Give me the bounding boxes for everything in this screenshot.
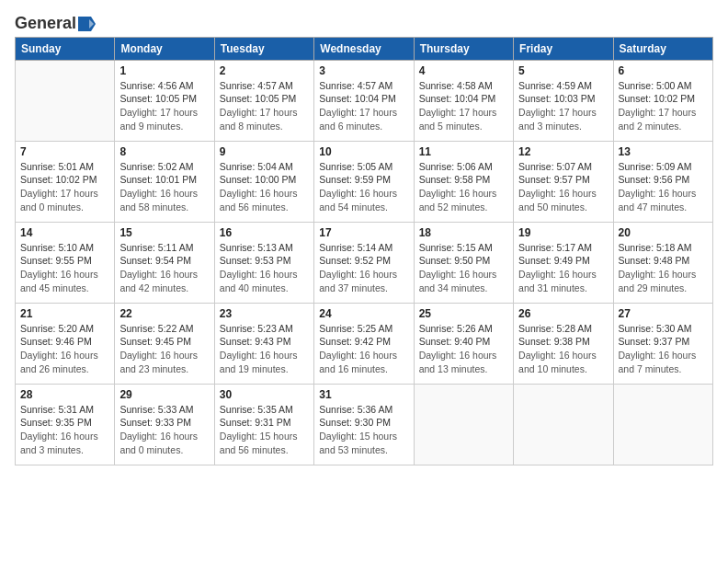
day-cell-21: 21 Sunrise: 5:20 AM Sunset: 9:46 PM Dayl…: [16, 303, 115, 384]
daylight-label: Daylight: 16 hours and 13 minutes.: [419, 350, 497, 374]
day-info: Sunrise: 5:00 AM Sunset: 10:02 PM Daylig…: [619, 79, 708, 133]
daylight-label: Daylight: 16 hours and 34 minutes.: [419, 269, 497, 293]
day-number: 9: [220, 145, 309, 158]
daylight-label: Daylight: 15 hours and 56 minutes.: [220, 431, 298, 455]
day-number: 19: [518, 226, 608, 239]
day-cell-22: 22 Sunrise: 5:22 AM Sunset: 9:45 PM Dayl…: [115, 303, 214, 384]
day-cell-4: 4 Sunrise: 4:58 AM Sunset: 10:04 PM Dayl…: [414, 60, 513, 141]
daylight-label: Daylight: 16 hours and 47 minutes.: [619, 188, 697, 213]
empty-cell: [613, 384, 712, 465]
day-info: Sunrise: 4:58 AM Sunset: 10:04 PM Daylig…: [419, 79, 508, 133]
day-info: Sunrise: 5:07 AM Sunset: 9:57 PM Dayligh…: [518, 160, 608, 214]
day-cell-24: 24 Sunrise: 5:25 AM Sunset: 9:42 PM Dayl…: [314, 303, 414, 384]
day-cell-26: 26 Sunrise: 5:28 AM Sunset: 9:38 PM Dayl…: [514, 303, 613, 384]
day-number: 2: [220, 64, 309, 77]
day-number: 6: [619, 64, 708, 77]
day-cell-14: 14 Sunrise: 5:10 AM Sunset: 9:55 PM Dayl…: [16, 222, 115, 303]
empty-cell: [414, 384, 513, 465]
day-number: 15: [119, 226, 209, 239]
day-cell-17: 17 Sunrise: 5:14 AM Sunset: 9:52 PM Dayl…: [314, 222, 414, 303]
day-number: 14: [20, 226, 109, 239]
weekday-monday: Monday: [115, 37, 214, 60]
calendar-table: SundayMondayTuesdayWednesdayThursdayFrid…: [15, 37, 713, 465]
daylight-label: Daylight: 17 hours and 2 minutes.: [619, 107, 697, 132]
day-number: 25: [419, 307, 508, 320]
day-cell-13: 13 Sunrise: 5:09 AM Sunset: 9:56 PM Dayl…: [613, 141, 712, 222]
day-cell-18: 18 Sunrise: 5:15 AM Sunset: 9:50 PM Dayl…: [414, 222, 513, 303]
calendar-row: 14 Sunrise: 5:10 AM Sunset: 9:55 PM Dayl…: [16, 222, 713, 303]
day-info: Sunrise: 5:06 AM Sunset: 9:58 PM Dayligh…: [419, 160, 508, 214]
day-info: Sunrise: 5:18 AM Sunset: 9:48 PM Dayligh…: [619, 241, 708, 295]
day-info: Sunrise: 5:25 AM Sunset: 9:42 PM Dayligh…: [319, 322, 408, 376]
daylight-label: Daylight: 16 hours and 23 minutes.: [119, 350, 198, 374]
day-number: 20: [619, 226, 708, 239]
day-info: Sunrise: 5:05 AM Sunset: 9:59 PM Dayligh…: [319, 160, 408, 214]
daylight-label: Daylight: 16 hours and 26 minutes.: [20, 350, 98, 374]
daylight-label: Daylight: 16 hours and 58 minutes.: [119, 188, 198, 213]
day-cell-28: 28 Sunrise: 5:31 AM Sunset: 9:35 PM Dayl…: [16, 384, 115, 465]
day-info: Sunrise: 5:28 AM Sunset: 9:38 PM Dayligh…: [518, 322, 608, 376]
day-info: Sunrise: 5:02 AM Sunset: 10:01 PM Daylig…: [119, 160, 209, 214]
day-cell-8: 8 Sunrise: 5:02 AM Sunset: 10:01 PM Dayl…: [115, 141, 214, 222]
daylight-label: Daylight: 17 hours and 9 minutes.: [119, 107, 198, 132]
day-info: Sunrise: 4:56 AM Sunset: 10:05 PM Daylig…: [119, 79, 209, 133]
day-cell-2: 2 Sunrise: 4:57 AM Sunset: 10:05 PM Dayl…: [214, 60, 313, 141]
day-number: 29: [119, 388, 209, 401]
day-info: Sunrise: 4:57 AM Sunset: 10:04 PM Daylig…: [319, 79, 408, 133]
day-cell-20: 20 Sunrise: 5:18 AM Sunset: 9:48 PM Dayl…: [613, 222, 712, 303]
day-cell-9: 9 Sunrise: 5:04 AM Sunset: 10:00 PM Dayl…: [214, 141, 313, 222]
page-header: General: [15, 15, 713, 33]
day-info: Sunrise: 5:10 AM Sunset: 9:55 PM Dayligh…: [20, 241, 109, 295]
day-number: 11: [419, 145, 508, 158]
weekday-thursday: Thursday: [414, 37, 513, 60]
day-cell-27: 27 Sunrise: 5:30 AM Sunset: 9:37 PM Dayl…: [613, 303, 712, 384]
day-info: Sunrise: 5:17 AM Sunset: 9:49 PM Dayligh…: [518, 241, 608, 295]
calendar-row: 28 Sunrise: 5:31 AM Sunset: 9:35 PM Dayl…: [16, 384, 713, 465]
daylight-label: Daylight: 16 hours and 29 minutes.: [619, 269, 697, 293]
day-number: 7: [20, 145, 109, 158]
day-cell-30: 30 Sunrise: 5:35 AM Sunset: 9:31 PM Dayl…: [214, 384, 313, 465]
day-info: Sunrise: 4:59 AM Sunset: 10:03 PM Daylig…: [518, 79, 608, 133]
day-number: 28: [20, 388, 109, 401]
day-info: Sunrise: 5:31 AM Sunset: 9:35 PM Dayligh…: [20, 403, 109, 457]
weekday-friday: Friday: [514, 37, 613, 60]
daylight-label: Daylight: 16 hours and 0 minutes.: [119, 431, 198, 455]
day-cell-1: 1 Sunrise: 4:56 AM Sunset: 10:05 PM Dayl…: [115, 60, 214, 141]
calendar-row: 1 Sunrise: 4:56 AM Sunset: 10:05 PM Dayl…: [16, 60, 713, 141]
day-cell-19: 19 Sunrise: 5:17 AM Sunset: 9:49 PM Dayl…: [514, 222, 613, 303]
daylight-label: Daylight: 17 hours and 5 minutes.: [419, 107, 497, 132]
day-cell-23: 23 Sunrise: 5:23 AM Sunset: 9:43 PM Dayl…: [214, 303, 313, 384]
calendar-row: 21 Sunrise: 5:20 AM Sunset: 9:46 PM Dayl…: [16, 303, 713, 384]
day-number: 4: [419, 64, 508, 77]
day-number: 21: [20, 307, 109, 320]
weekday-wednesday: Wednesday: [314, 37, 414, 60]
day-number: 5: [518, 64, 608, 77]
day-cell-7: 7 Sunrise: 5:01 AM Sunset: 10:02 PM Dayl…: [16, 141, 115, 222]
day-number: 18: [419, 226, 508, 239]
day-number: 30: [220, 388, 309, 401]
day-number: 10: [319, 145, 408, 158]
empty-cell: [514, 384, 613, 465]
daylight-label: Daylight: 16 hours and 37 minutes.: [319, 269, 397, 293]
day-info: Sunrise: 5:20 AM Sunset: 9:46 PM Dayligh…: [20, 322, 109, 376]
day-info: Sunrise: 5:13 AM Sunset: 9:53 PM Dayligh…: [220, 241, 309, 295]
daylight-label: Daylight: 16 hours and 3 minutes.: [20, 431, 98, 455]
day-cell-12: 12 Sunrise: 5:07 AM Sunset: 9:57 PM Dayl…: [514, 141, 613, 222]
weekday-saturday: Saturday: [613, 37, 712, 60]
daylight-label: Daylight: 16 hours and 56 minutes.: [220, 188, 298, 213]
day-info: Sunrise: 5:15 AM Sunset: 9:50 PM Dayligh…: [419, 241, 508, 295]
day-info: Sunrise: 5:35 AM Sunset: 9:31 PM Dayligh…: [220, 403, 309, 457]
daylight-label: Daylight: 17 hours and 8 minutes.: [220, 107, 298, 132]
logo-icon: [76, 16, 97, 32]
day-info: Sunrise: 5:09 AM Sunset: 9:56 PM Dayligh…: [619, 160, 708, 214]
day-info: Sunrise: 5:30 AM Sunset: 9:37 PM Dayligh…: [619, 322, 708, 376]
day-info: Sunrise: 5:04 AM Sunset: 10:00 PM Daylig…: [220, 160, 309, 214]
day-number: 26: [518, 307, 608, 320]
daylight-label: Daylight: 16 hours and 10 minutes.: [518, 350, 597, 374]
weekday-header-row: SundayMondayTuesdayWednesdayThursdayFrid…: [16, 37, 713, 60]
day-info: Sunrise: 5:22 AM Sunset: 9:45 PM Dayligh…: [119, 322, 209, 376]
day-cell-11: 11 Sunrise: 5:06 AM Sunset: 9:58 PM Dayl…: [414, 141, 513, 222]
day-info: Sunrise: 5:36 AM Sunset: 9:30 PM Dayligh…: [319, 403, 408, 457]
day-number: 1: [119, 64, 209, 77]
daylight-label: Daylight: 16 hours and 54 minutes.: [319, 188, 397, 213]
